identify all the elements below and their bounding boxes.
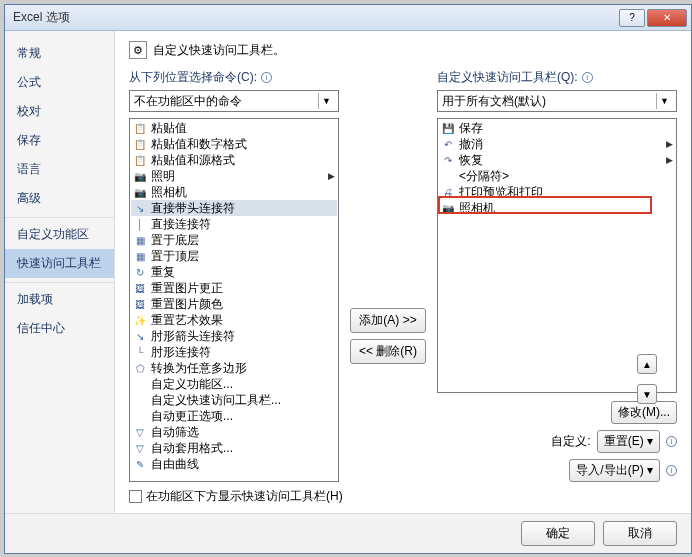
excel-options-dialog: Excel 选项 ? ✕ 常规公式校对保存语言高级自定义功能区快速访问工具栏加载… (4, 4, 692, 554)
list-item[interactable]: 📋粘贴值 (131, 120, 337, 136)
below-right: 修改(M)... 自定义: 重置(E) ▾ i 导入/导出(P) ▾ i (437, 401, 677, 482)
list-item-label: 粘贴值和数字格式 (151, 136, 247, 153)
info-icon[interactable]: i (666, 465, 677, 476)
list-item[interactable]: ↻重复 (131, 264, 337, 280)
reset-dropdown[interactable]: 重置(E) ▾ (597, 430, 660, 453)
list-item-label: 置于底层 (151, 232, 199, 249)
panel-title: 自定义快速访问工具栏。 (153, 42, 285, 59)
list-item-label: 撤消 (459, 136, 483, 153)
list-item[interactable]: 🖨打印预览和打印 (439, 184, 675, 200)
commands-source-combo[interactable]: 不在功能区中的命令 ▼ (129, 90, 339, 112)
list-item[interactable]: ▦置于底层 (131, 232, 337, 248)
list-item[interactable]: 自定义快速访问工具栏... (131, 392, 337, 408)
list-item[interactable]: ↶撤消▶ (439, 136, 675, 152)
list-item[interactable]: 📋粘贴值和源格式 (131, 152, 337, 168)
titlebar[interactable]: Excel 选项 ? ✕ (5, 5, 691, 31)
sidebar-item[interactable]: 加载项 (5, 282, 114, 314)
sidebar-item[interactable]: 自定义功能区 (5, 217, 114, 249)
import-export-dropdown[interactable]: 导入/导出(P) ▾ (569, 459, 660, 482)
columns: 从下列位置选择命令(C): i 不在功能区中的命令 ▼ 📋粘贴值📋粘贴值和数字格… (129, 69, 677, 482)
list-item[interactable]: 📷照明▶ (131, 168, 337, 184)
list-item-label: 照明 (151, 168, 175, 185)
list-item[interactable]: 自定义功能区... (131, 376, 337, 392)
qat-column: 自定义快速访问工具栏(Q): i 用于所有文档(默认) ▼ 💾保存↶撤消▶↷恢复… (437, 69, 677, 482)
list-item[interactable]: ↷恢复▶ (439, 152, 675, 168)
list-item[interactable]: 📷照相机 (439, 200, 675, 216)
move-down-button[interactable]: ▼ (637, 384, 657, 404)
list-item-label: 恢复 (459, 152, 483, 169)
list-item-label: 粘贴值 (151, 120, 187, 137)
reorder-buttons: ▲ ▼ (637, 354, 657, 404)
sidebar-item[interactable]: 高级 (5, 184, 114, 213)
list-item[interactable]: ⬠转换为任意多边形 (131, 360, 337, 376)
sidebar-item[interactable]: 常规 (5, 39, 114, 68)
sidebar-item[interactable]: 校对 (5, 97, 114, 126)
command-icon: ↘ (133, 201, 147, 215)
list-item-label: 自由曲线 (151, 456, 199, 473)
submenu-arrow-icon: ▶ (666, 139, 673, 149)
submenu-arrow-icon: ▶ (666, 155, 673, 165)
list-item[interactable]: └肘形连接符 (131, 344, 337, 360)
command-icon: ▦ (133, 233, 147, 247)
list-item[interactable]: 💾保存 (439, 120, 675, 136)
transfer-buttons: 添加(A) >> << 删除(R) (347, 69, 429, 482)
list-item[interactable]: ↘肘形箭头连接符 (131, 328, 337, 344)
combo-value: 用于所有文档(默认) (442, 93, 546, 110)
command-icon: ✨ (133, 313, 147, 327)
commands-listbox[interactable]: 📋粘贴值📋粘贴值和数字格式📋粘贴值和源格式📷照明▶📷照相机↘直接带头连接符│直接… (129, 118, 339, 482)
list-item[interactable]: 📋粘贴值和数字格式 (131, 136, 337, 152)
list-item[interactable]: 🖼重置图片颜色 (131, 296, 337, 312)
command-icon: └ (133, 345, 147, 359)
list-item[interactable]: ▽自动套用格式... (131, 440, 337, 456)
window-title: Excel 选项 (13, 9, 619, 26)
command-icon: 📋 (133, 153, 147, 167)
list-item-label: 重置图片颜色 (151, 296, 223, 313)
list-item[interactable]: ↘直接带头连接符 (131, 200, 337, 216)
qat-icon: ⚙ (129, 41, 147, 59)
list-item[interactable]: ✨重置艺术效果 (131, 312, 337, 328)
list-item-label: 照相机 (151, 184, 187, 201)
sidebar-item[interactable]: 信任中心 (5, 314, 114, 343)
chevron-down-icon: ▼ (318, 93, 334, 109)
command-icon (133, 393, 147, 407)
sidebar-item[interactable]: 快速访问工具栏 (5, 249, 114, 278)
command-icon (441, 169, 455, 183)
qat-listbox[interactable]: 💾保存↶撤消▶↷恢复▶<分隔符>🖨打印预览和打印📷照相机 (437, 118, 677, 393)
list-item-label: <分隔符> (459, 168, 509, 185)
ok-button[interactable]: 确定 (521, 521, 595, 546)
qat-scope-combo[interactable]: 用于所有文档(默认) ▼ (437, 90, 677, 112)
cancel-button[interactable]: 取消 (603, 521, 677, 546)
help-button[interactable]: ? (619, 9, 645, 27)
list-item[interactable]: ▦置于顶层 (131, 248, 337, 264)
window-buttons: ? ✕ (619, 9, 687, 27)
sidebar-item[interactable]: 语言 (5, 155, 114, 184)
move-up-button[interactable]: ▲ (637, 354, 657, 374)
chevron-down-icon: ▼ (656, 93, 672, 109)
list-item[interactable]: 自动更正选项... (131, 408, 337, 424)
list-item[interactable]: <分隔符> (439, 168, 675, 184)
sidebar-item[interactable]: 保存 (5, 126, 114, 155)
command-icon: ↶ (441, 137, 455, 151)
list-item[interactable]: ▽自动筛选 (131, 424, 337, 440)
remove-button[interactable]: << 删除(R) (350, 339, 426, 364)
list-item[interactable]: 📷照相机 (131, 184, 337, 200)
list-item[interactable]: 🖼重置图片更正 (131, 280, 337, 296)
modify-button[interactable]: 修改(M)... (611, 401, 677, 424)
list-item[interactable]: │直接连接符 (131, 216, 337, 232)
close-button[interactable]: ✕ (647, 9, 687, 27)
info-icon[interactable]: i (261, 72, 272, 83)
list-item-label: 置于顶层 (151, 248, 199, 265)
add-button[interactable]: 添加(A) >> (350, 308, 426, 333)
show-below-ribbon-checkbox[interactable] (129, 490, 142, 503)
list-item-label: 照相机 (459, 200, 495, 217)
info-icon[interactable]: i (582, 72, 593, 83)
command-icon: ↻ (133, 265, 147, 279)
sidebar-item[interactable]: 公式 (5, 68, 114, 97)
list-item[interactable]: ✎自由曲线 (131, 456, 337, 472)
commands-column: 从下列位置选择命令(C): i 不在功能区中的命令 ▼ 📋粘贴值📋粘贴值和数字格… (129, 69, 339, 482)
info-icon[interactable]: i (666, 436, 677, 447)
command-icon: 📋 (133, 137, 147, 151)
command-icon (133, 377, 147, 391)
list-item-label: 自定义快速访问工具栏... (151, 392, 281, 409)
command-icon: │ (133, 217, 147, 231)
